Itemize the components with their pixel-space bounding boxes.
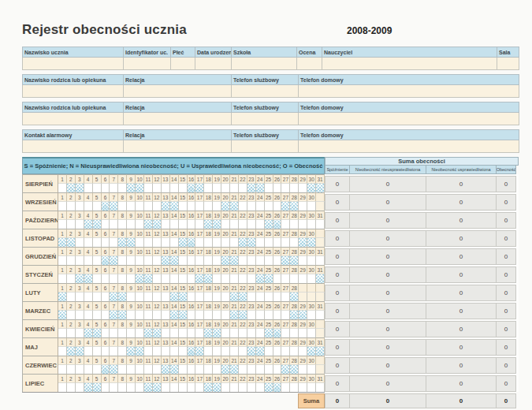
- day-entry-cell[interactable]: [162, 201, 170, 211]
- day-entry-cell[interactable]: [290, 364, 299, 374]
- day-entry-cell[interactable]: [144, 183, 153, 192]
- day-entry-cell[interactable]: [213, 255, 221, 265]
- day-entry-cell[interactable]: [76, 219, 84, 229]
- day-entry-cell[interactable]: [118, 274, 127, 283]
- day-entry-cell[interactable]: [170, 183, 179, 192]
- day-entry-cell[interactable]: [127, 237, 136, 247]
- day-entry-cell[interactable]: [76, 346, 84, 356]
- day-entry-cell[interactable]: [153, 274, 162, 283]
- day-entry-cell[interactable]: [307, 364, 316, 374]
- day-entry-cell[interactable]: [213, 183, 221, 192]
- day-entry-cell[interactable]: [188, 183, 196, 192]
- day-entry-cell[interactable]: [76, 237, 84, 247]
- day-entry-cell[interactable]: [299, 201, 307, 211]
- day-entry-cell[interactable]: [188, 237, 196, 247]
- day-entry-cell[interactable]: [162, 364, 170, 374]
- day-entry-cell[interactable]: [239, 201, 247, 211]
- day-entry-cell[interactable]: [170, 310, 179, 319]
- day-entry-cell[interactable]: [307, 219, 316, 229]
- day-entry-cell[interactable]: [265, 346, 273, 356]
- day-entry-cell[interactable]: [273, 328, 282, 337]
- day-entry-cell[interactable]: [188, 201, 196, 211]
- day-entry-cell[interactable]: [265, 382, 273, 392]
- day-entry-cell[interactable]: [299, 274, 307, 283]
- input-cell[interactable]: [299, 85, 519, 98]
- day-entry-cell[interactable]: [67, 364, 76, 374]
- day-entry-cell[interactable]: [136, 201, 144, 211]
- day-entry-cell[interactable]: [127, 255, 136, 265]
- input-cell[interactable]: [195, 58, 232, 70]
- day-entry-cell[interactable]: [58, 346, 67, 356]
- day-entry-cell[interactable]: [230, 183, 239, 192]
- day-entry-cell[interactable]: [102, 346, 110, 356]
- day-entry-cell[interactable]: [144, 237, 153, 247]
- day-entry-cell[interactable]: [67, 274, 76, 283]
- day-entry-cell[interactable]: [93, 201, 102, 211]
- day-entry-cell[interactable]: [307, 310, 316, 319]
- day-entry-cell[interactable]: [290, 328, 299, 337]
- day-entry-cell[interactable]: [153, 183, 162, 192]
- day-entry-cell[interactable]: [195, 310, 204, 319]
- day-entry-cell[interactable]: [265, 237, 273, 247]
- day-entry-cell[interactable]: [136, 183, 144, 192]
- day-entry-cell[interactable]: [230, 219, 239, 229]
- day-entry-cell[interactable]: [153, 328, 162, 337]
- day-entry-cell[interactable]: [316, 346, 325, 356]
- day-entry-cell[interactable]: [221, 237, 230, 247]
- day-entry-cell[interactable]: [195, 219, 204, 229]
- day-entry-cell[interactable]: [118, 183, 127, 192]
- day-entry-cell[interactable]: [127, 292, 136, 301]
- day-entry-cell[interactable]: [213, 274, 221, 283]
- day-entry-cell[interactable]: [290, 219, 299, 229]
- day-entry-cell[interactable]: [265, 274, 273, 283]
- day-entry-cell[interactable]: [299, 237, 307, 247]
- day-entry-cell[interactable]: [265, 201, 273, 211]
- day-entry-cell[interactable]: [204, 183, 213, 192]
- day-entry-cell[interactable]: [230, 328, 239, 337]
- day-entry-cell[interactable]: [102, 255, 110, 265]
- day-entry-cell[interactable]: [136, 255, 144, 265]
- day-entry-cell[interactable]: [230, 382, 239, 392]
- day-entry-cell[interactable]: [221, 310, 230, 319]
- day-entry-cell[interactable]: [299, 219, 307, 229]
- day-entry-cell[interactable]: [162, 346, 170, 356]
- day-entry-cell[interactable]: [58, 183, 67, 192]
- day-entry-cell[interactable]: [179, 382, 188, 392]
- day-entry-cell[interactable]: [239, 328, 247, 337]
- day-entry-cell[interactable]: [290, 201, 299, 211]
- day-entry-cell[interactable]: [290, 382, 299, 392]
- day-entry-cell[interactable]: [195, 292, 204, 301]
- day-entry-cell[interactable]: [316, 183, 325, 192]
- day-entry-cell[interactable]: [195, 274, 204, 283]
- day-entry-cell[interactable]: [188, 255, 196, 265]
- day-entry-cell[interactable]: [316, 274, 325, 283]
- day-entry-cell[interactable]: [307, 183, 316, 192]
- day-entry-cell[interactable]: [153, 346, 162, 356]
- day-entry-cell[interactable]: [307, 255, 316, 265]
- day-entry-cell[interactable]: [58, 328, 67, 337]
- day-entry-cell[interactable]: [118, 346, 127, 356]
- day-entry-cell[interactable]: [256, 328, 265, 337]
- day-entry-cell[interactable]: [256, 382, 265, 392]
- day-entry-cell[interactable]: [256, 201, 265, 211]
- day-entry-cell[interactable]: [239, 346, 247, 356]
- day-entry-cell[interactable]: [290, 292, 299, 301]
- input-cell[interactable]: [124, 85, 232, 98]
- input-cell[interactable]: [23, 113, 124, 125]
- day-entry-cell[interactable]: [93, 382, 102, 392]
- day-entry-cell[interactable]: [153, 364, 162, 374]
- day-entry-cell[interactable]: [84, 328, 93, 337]
- day-entry-cell[interactable]: [170, 219, 179, 229]
- day-entry-cell[interactable]: [256, 274, 265, 283]
- day-entry-cell[interactable]: [118, 364, 127, 374]
- day-entry-cell[interactable]: [93, 219, 102, 229]
- day-entry-cell[interactable]: [213, 219, 221, 229]
- day-entry-cell[interactable]: [204, 328, 213, 337]
- day-entry-cell[interactable]: [179, 292, 188, 301]
- day-entry-cell[interactable]: [179, 328, 188, 337]
- day-entry-cell[interactable]: [110, 292, 118, 301]
- day-entry-cell[interactable]: [213, 237, 221, 247]
- input-cell[interactable]: [124, 58, 171, 70]
- day-entry-cell[interactable]: [299, 364, 307, 374]
- day-entry-cell[interactable]: [188, 310, 196, 319]
